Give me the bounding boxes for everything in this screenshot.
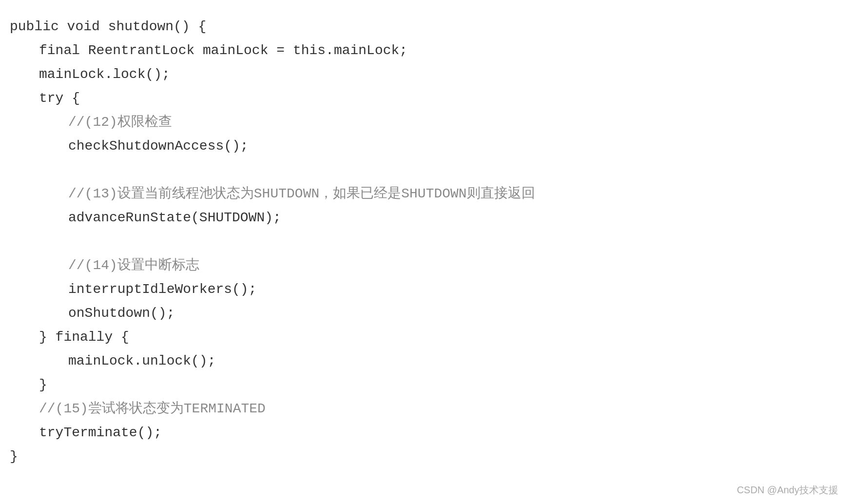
code-line-11: //(14)设置中断标志 <box>10 253 833 277</box>
code-block: public void shutdown() { final Reentrant… <box>0 0 848 483</box>
code-line-14: } finally { <box>10 325 833 349</box>
code-empty-2 <box>10 230 833 253</box>
code-line-12: interruptIdleWorkers(); <box>10 277 833 301</box>
code-line-8: //(13)设置当前线程池状态为SHUTDOWN，如果已经是SHUTDOWN则直… <box>10 182 833 206</box>
code-line-17: //(15)尝试将状态变为TERMINATED <box>10 397 833 421</box>
code-line-18: tryTerminate(); <box>10 421 833 445</box>
code-line-13: onShutdown(); <box>10 301 833 325</box>
code-line-15: mainLock.unlock(); <box>10 349 833 373</box>
code-line-5: //(12)权限检查 <box>10 110 833 134</box>
watermark: CSDN @Andy技术支援 <box>737 484 838 497</box>
code-line-19: } <box>10 445 833 468</box>
code-line-1: public void shutdown() { <box>10 15 833 39</box>
code-line-9: advanceRunState(SHUTDOWN); <box>10 206 833 230</box>
code-line-3: mainLock.lock(); <box>10 62 833 86</box>
code-line-6: checkShutdownAccess(); <box>10 134 833 158</box>
code-line-16: } <box>10 373 833 397</box>
code-empty-1 <box>10 158 833 182</box>
code-line-2: final ReentrantLock mainLock = this.main… <box>10 39 833 62</box>
code-line-4: try { <box>10 86 833 110</box>
